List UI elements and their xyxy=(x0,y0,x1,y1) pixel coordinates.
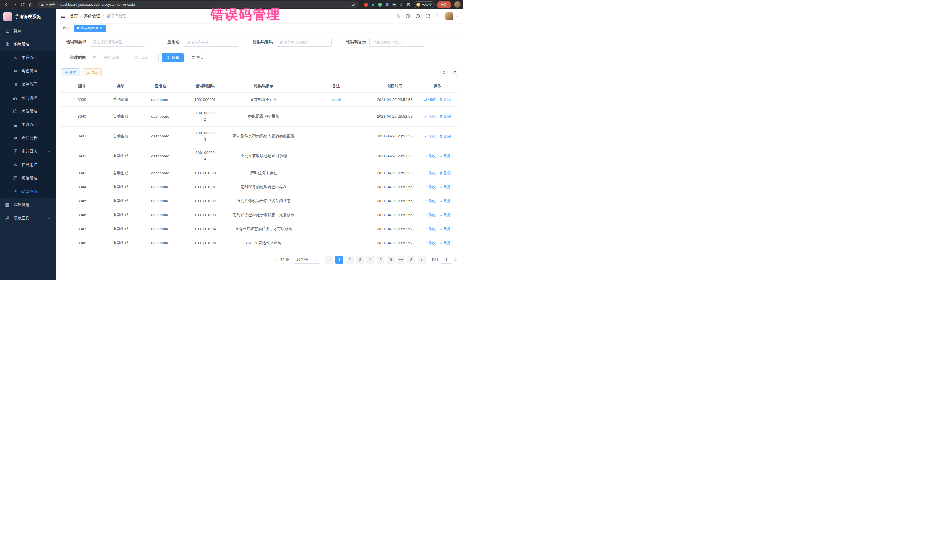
pager-page-4[interactable]: 4 xyxy=(366,256,374,264)
delete-link[interactable]: 删除 xyxy=(439,153,451,159)
pager-page-2[interactable]: 2 xyxy=(346,256,354,264)
address-bar[interactable]: 不安全 dashboard.yudao.iocoder.cn/system/er… xyxy=(37,1,359,8)
next-page-button[interactable]: › xyxy=(418,256,426,264)
refresh-table-button[interactable] xyxy=(451,69,458,76)
page-size-select[interactable]: 10条/页 xyxy=(294,256,320,264)
filter-row-2: 创建时间 开始日期 - 结束日期 搜索 重置 xyxy=(61,53,458,62)
reset-button[interactable]: 重置 xyxy=(187,53,208,62)
cell-id: 3947 xyxy=(61,222,103,236)
hamburger-icon[interactable] xyxy=(61,14,66,19)
edit-link[interactable]: 修改 xyxy=(424,226,436,232)
browser-back-button[interactable] xyxy=(3,1,10,8)
delete-link[interactable]: 删除 xyxy=(439,114,451,119)
delete-link[interactable]: 删除 xyxy=(439,170,451,176)
paused-badge[interactable]: 已暂停 xyxy=(413,2,435,8)
extension-dark-badge-icon[interactable]: on xyxy=(392,3,397,7)
search-button[interactable]: 搜索 xyxy=(162,53,184,62)
sidebar-item-menu[interactable]: 菜单管理 xyxy=(0,77,56,91)
sidebar-item-online-user[interactable]: 在线用户 xyxy=(0,158,56,171)
security-status[interactable]: 不安全 xyxy=(41,2,56,7)
delete-link[interactable]: 删除 xyxy=(439,185,451,190)
sidebar-item-dict[interactable]: 字典管理 xyxy=(0,118,56,131)
sidebar-item-sms[interactable]: 短信管理 xyxy=(0,171,56,185)
edit-link[interactable]: 修改 xyxy=(424,240,436,246)
sidebar-item-dev-tools[interactable]: 研发工具 xyxy=(0,212,56,225)
extension-green-paw-icon[interactable] xyxy=(399,3,404,7)
breadcrumb-item[interactable]: 系统管理 xyxy=(84,14,100,19)
calendar-icon xyxy=(93,56,97,59)
sidebar-item-dept[interactable]: 部门管理 xyxy=(0,91,56,104)
edit-link[interactable]: 修改 xyxy=(424,153,436,159)
browser-home-button[interactable] xyxy=(27,1,34,8)
fullscreen-icon[interactable] xyxy=(425,14,430,18)
extensions-puzzle-icon[interactable] xyxy=(406,3,411,7)
cell-actions: 修改删除 xyxy=(417,126,458,146)
date-range-picker[interactable]: 开始日期 - 结束日期 xyxy=(90,53,159,62)
cell-type: 自动生成 xyxy=(103,236,138,250)
font-size-icon[interactable] xyxy=(435,14,440,18)
delete-link[interactable]: 删除 xyxy=(439,212,451,217)
toggle-search-button[interactable] xyxy=(440,69,448,76)
delete-link[interactable]: 删除 xyxy=(439,240,451,246)
pager-page-6[interactable]: 6 xyxy=(387,256,395,264)
cell-app-name: dashboard xyxy=(138,93,182,107)
edit-link[interactable]: 修改 xyxy=(424,97,436,102)
trash-icon xyxy=(439,185,443,189)
app-name-input[interactable] xyxy=(183,38,239,47)
tab-label: 错误码管理 xyxy=(81,26,98,30)
pager-page-3[interactable]: 3 xyxy=(356,256,364,264)
tab-error-code[interactable]: 错误码管理× xyxy=(74,24,106,32)
edit-link[interactable]: 修改 xyxy=(424,170,436,176)
browser-update-button[interactable]: 更新 xyxy=(437,1,451,8)
browser-reload-button[interactable] xyxy=(19,1,26,8)
cell-id: 3945 xyxy=(61,194,103,208)
delete-link[interactable]: 删除 xyxy=(439,134,451,139)
delete-link[interactable]: 删除 xyxy=(439,97,451,102)
goto-suffix: 页 xyxy=(454,257,458,262)
prev-page-button[interactable]: ‹ xyxy=(325,256,333,264)
edit-link[interactable]: 修改 xyxy=(424,185,436,190)
user-avatar[interactable] xyxy=(445,12,453,20)
sidebar-item-role[interactable]: 角色管理 xyxy=(0,64,56,77)
github-icon[interactable] xyxy=(405,14,410,18)
bookmark-star-icon[interactable] xyxy=(351,3,355,6)
delete-link[interactable]: 删除 xyxy=(439,226,451,232)
goto-page-input[interactable] xyxy=(441,256,452,264)
edit-link[interactable]: 修改 xyxy=(424,134,436,139)
export-button[interactable]: 导出 xyxy=(83,68,102,76)
browser-profile-avatar[interactable] xyxy=(454,2,460,8)
sidebar-item-audit-log[interactable]: 审计日志 xyxy=(0,144,56,158)
delete-link[interactable]: 删除 xyxy=(439,199,451,203)
extension-vue-devtools-icon[interactable]: V xyxy=(378,3,382,7)
edit-link[interactable]: 修改 xyxy=(424,199,436,203)
sidebar-item-post[interactable]: 岗位管理 xyxy=(0,104,56,118)
sidebar-item-system[interactable]: 系统管理 xyxy=(0,37,56,51)
error-type-select[interactable]: 请选择错误码类型 xyxy=(90,38,145,47)
sidebar-item-home[interactable]: 首页 xyxy=(0,24,56,37)
breadcrumb-item[interactable]: 首页 xyxy=(70,14,78,19)
cell-app-name: dashboard xyxy=(138,146,182,166)
gear-icon xyxy=(5,42,10,47)
tab-close-icon[interactable]: × xyxy=(99,26,103,30)
sidebar-item-notice[interactable]: 通知公告 xyxy=(0,131,56,144)
browser-forward-button[interactable] xyxy=(11,1,18,8)
extension-blue-grid-icon[interactable] xyxy=(385,3,389,7)
sidebar-item-infra[interactable]: 基础设施 xyxy=(0,198,56,212)
search-icon[interactable] xyxy=(395,14,400,18)
avatar-caret-down-icon[interactable] xyxy=(456,15,459,18)
help-icon[interactable] xyxy=(415,14,420,18)
tab-home[interactable]: 首页 xyxy=(60,24,73,32)
pager-page-5[interactable]: 5 xyxy=(377,256,384,264)
pager-page-8[interactable]: 8 xyxy=(407,256,415,264)
add-button[interactable]: 新增 xyxy=(61,68,80,76)
error-code-input[interactable] xyxy=(276,38,332,47)
pager-page-1[interactable]: 1 xyxy=(336,256,343,264)
pager-more-button[interactable]: ••• xyxy=(397,256,405,264)
edit-link[interactable]: 修改 xyxy=(424,212,436,217)
extension-teal-drop-icon[interactable] xyxy=(371,3,375,7)
edit-link[interactable]: 修改 xyxy=(424,114,436,119)
error-hint-input[interactable] xyxy=(369,38,425,47)
sidebar-item-user[interactable]: 用户管理 xyxy=(0,51,56,64)
extension-red-circle-icon[interactable] xyxy=(364,3,368,7)
sidebar-item-error-code[interactable]: 错误码管理 xyxy=(0,185,56,198)
